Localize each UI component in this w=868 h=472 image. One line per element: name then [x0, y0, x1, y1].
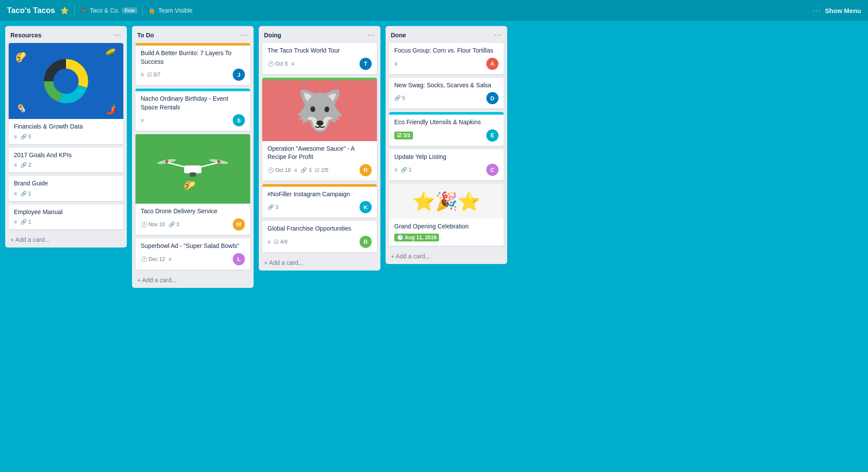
date-badge-drone: 🕐 Nov 10 [141, 221, 165, 228]
card-footer-grandopening: 🕐 Aug 11, 2016 [394, 234, 498, 241]
date-badge-superbowl: 🕐 Dec 12 [141, 256, 165, 262]
desc-badge-goals: ≡ [14, 162, 17, 168]
column-menu-doing[interactable]: ··· [367, 30, 375, 40]
card-badges-nacho: ≡ [141, 117, 144, 123]
card-badges-burrito: ≡ ☑ 0/7 [141, 72, 161, 78]
card-badges-grandopening: 🕐 Aug 11, 2016 [394, 234, 439, 241]
avatar-franchise: B [360, 236, 372, 248]
card-title-drone: Taco Drone Delivery Service [141, 207, 245, 216]
add-card-todo[interactable]: + Add a card... [132, 273, 254, 288]
card-footer-tacotruck: 🕐 Oct 5 ≡ T [267, 58, 372, 70]
avatar-drone: M [233, 218, 245, 231]
show-menu-button[interactable]: Show Menu [825, 7, 861, 14]
avatar-superbowl: L [233, 253, 245, 265]
desc-badge-brand: ≡ [14, 191, 17, 197]
card-franchise[interactable]: Global Franchise Opportunities ≡ ☑ 4/9 B [262, 221, 377, 252]
date-done-badge-grandopening: 🕐 Aug 11, 2016 [394, 234, 439, 241]
avatar-burrito: J [233, 69, 245, 81]
card-content-yelp: Update Yelp Listing ≡ 🔗 1 C [389, 149, 504, 181]
workspace-info[interactable]: 🎮 Taco & Co. Free [80, 7, 138, 14]
card-focusgroup[interactable]: Focus Group: Corn vs. Flour Tortillas ≡ … [389, 43, 504, 74]
card-content-superbowl: Superbowl Ad - "Super Salad Bowls" 🕐 Dec… [135, 238, 250, 270]
card-title-superbowl: Superbowl Ad - "Super Salad Bowls" [141, 242, 245, 251]
card-content-nacho: Nacho Ordinary Birthday - Event Space Re… [135, 91, 250, 131]
card-footer-financials: ≡ 🔗 5 [14, 134, 118, 140]
attach-badge-financials: 🔗 5 [20, 134, 31, 140]
board: Resources ··· [0, 21, 868, 472]
card-title-tacotruck: The Taco Truck World Tour [267, 46, 372, 55]
star-icon[interactable]: ⭐ [60, 7, 69, 15]
paperclip-icon-goals: 🔗 [20, 162, 27, 168]
card-title-brand: Brand Guide [14, 179, 118, 188]
card-footer-goals: ≡ 🔗 2 [14, 162, 118, 168]
avatar-swag: D [486, 92, 498, 104]
divider-1 [74, 5, 75, 16]
cover-awesomesauce: 🐺 [262, 80, 377, 141]
column-menu-resources[interactable]: ··· [114, 30, 122, 40]
workspace-name: Taco & Co. [90, 7, 119, 14]
card-footer-instagram: 🔗 3 K [267, 201, 372, 213]
card-footer-awesomesauce: 🕐 Oct 18 ≡ 🔗 3 ☑ 2/5 R [267, 164, 372, 176]
card-manual[interactable]: Employee Manual ≡ 🔗 1 [9, 205, 123, 230]
card-title-financials: Financials & Growth Data [14, 122, 118, 131]
card-yelp[interactable]: Update Yelp Listing ≡ 🔗 1 C [389, 149, 504, 181]
svg-point-12 [218, 160, 220, 163]
card-footer-yelp: ≡ 🔗 1 C [394, 164, 498, 176]
column-menu-todo[interactable]: ··· [241, 30, 248, 40]
card-badges-focusgroup: ≡ [394, 61, 397, 67]
attach-badge-awesomesauce: 🔗 3 [300, 167, 311, 173]
card-tacotruck[interactable]: The Taco Truck World Tour 🕐 Oct 5 ≡ T [262, 43, 377, 74]
board-title[interactable]: Taco's Tacos [7, 6, 55, 15]
date-badge-awesomesauce: 🕐 Oct 18 [267, 167, 290, 173]
column-title-done: Done [391, 32, 406, 39]
card-instagram[interactable]: #NoFiller Instagram Campaign 🔗 3 K [262, 184, 377, 218]
add-card-done[interactable]: + Add a card... [386, 249, 507, 264]
svg-line-5 [167, 162, 184, 167]
desc-badge-superbowl: ≡ [168, 256, 172, 262]
desc-badge-franchise: ≡ [267, 239, 271, 245]
svg-rect-4 [184, 165, 201, 173]
card-title-yelp: Update Yelp Listing [394, 153, 498, 162]
svg-line-6 [201, 162, 219, 167]
more-options-icon[interactable]: ··· [812, 6, 822, 15]
column-todo: To Do ··· Build A Better Burrito: 7 Laye… [132, 26, 254, 288]
card-financials[interactable]: 🌮 🌽 🌯 🌶️ Financials & Growth Data ≡ � [9, 43, 123, 144]
card-footer-franchise: ≡ ☑ 4/9 B [267, 236, 372, 248]
card-content-tacotruck: The Taco Truck World Tour 🕐 Oct 5 ≡ T [262, 43, 377, 74]
add-card-resources[interactable]: + Add a card... [5, 233, 127, 248]
svg-point-11 [165, 160, 168, 163]
card-nacho[interactable]: Nacho Ordinary Birthday - Event Space Re… [135, 89, 250, 131]
add-card-doing[interactable]: + Add a card... [259, 256, 380, 271]
column-resources: Resources ··· [5, 26, 127, 248]
card-goals[interactable]: 2017 Goals And KPIs ≡ 🔗 2 [9, 148, 123, 173]
card-footer-nacho: ≡ S [141, 114, 245, 126]
attach-badge-drone: 🔗 3 [168, 221, 179, 228]
visibility-icon: 🔒 [148, 7, 155, 14]
column-body-doing: The Taco Truck World Tour 🕐 Oct 5 ≡ T [259, 43, 380, 256]
card-title-awesomesauce: Operation "Awesome Sauce" - A Recipe For… [267, 145, 372, 162]
card-superbowl[interactable]: Superbowl Ad - "Super Salad Bowls" 🕐 Dec… [135, 238, 250, 270]
card-drone[interactable]: 🌮 Taco Drone Delivery Service 🕐 Nov 10 🔗… [135, 134, 250, 235]
card-awesomesauce[interactable]: 🐺 Operation "Awesome Sauce" - A Recipe F… [262, 78, 377, 181]
attach-badge-instagram: 🔗 3 [267, 204, 278, 210]
card-badges-superbowl: 🕐 Dec 12 ≡ [141, 256, 172, 262]
cover-celebration: ⭐🎉⭐ [389, 184, 504, 219]
card-utensils[interactable]: Eco Friendly Utensils & Napkins ☑ 3/3 E [389, 112, 504, 146]
card-footer-superbowl: 🕐 Dec 12 ≡ L [141, 253, 245, 265]
column-menu-done[interactable]: ··· [494, 30, 502, 40]
card-brand[interactable]: Brand Guide ≡ 🔗 1 [9, 176, 123, 201]
card-swag[interactable]: New Swag: Socks, Scarves & Salsa 🔗 5 D [389, 78, 504, 109]
card-content-swag: New Swag: Socks, Scarves & Salsa 🔗 5 D [389, 78, 504, 109]
avatar-utensils: E [486, 129, 498, 142]
card-burrito[interactable]: Build A Better Burrito: 7 Layers To Succ… [135, 43, 250, 85]
avatar-awesomesauce: R [360, 164, 372, 176]
visibility-info[interactable]: 🔒 Team Visible [148, 7, 192, 14]
desc-badge-nacho: ≡ [141, 117, 144, 123]
attach-badge-yelp: 🔗 1 [401, 167, 412, 173]
clock-icon-awesomesauce: 🕐 [267, 167, 274, 173]
card-badges-franchise: ≡ ☑ 4/9 [267, 239, 287, 245]
desc-badge-focusgroup: ≡ [394, 61, 397, 67]
workspace-icon: 🎮 [80, 7, 87, 14]
card-badges-swag: 🔗 5 [394, 95, 405, 101]
card-grandopening[interactable]: ⭐🎉⭐ Grand Opening Celebration 🕐 Aug 11, … [389, 184, 504, 246]
